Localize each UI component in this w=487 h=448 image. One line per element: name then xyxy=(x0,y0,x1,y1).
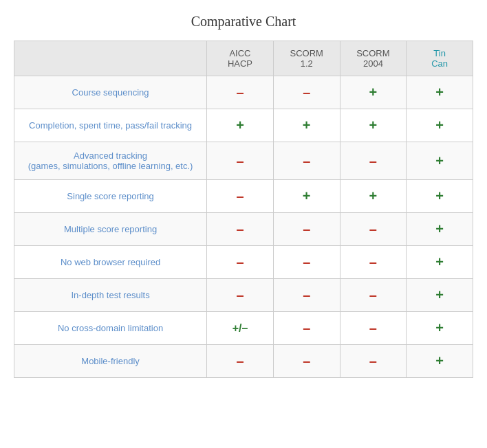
table-row: No cross-domain limitation+/–––+ xyxy=(14,312,473,345)
table-row: In-depth test results–––+ xyxy=(14,279,473,312)
cell-aicc: +/– xyxy=(207,312,274,345)
header-scorm12: SCORM1.2 xyxy=(273,41,340,76)
cell-scorm2004: – xyxy=(340,213,407,246)
cell-scorm12: – xyxy=(273,312,340,345)
table-row: Single score reporting–+++ xyxy=(14,180,473,213)
cell-scorm12: – xyxy=(273,142,340,180)
table-row: Mobile-friendly–––+ xyxy=(14,345,473,378)
feature-cell: Completion, spent time, pass/fail tracki… xyxy=(14,109,207,142)
feature-cell: In-depth test results xyxy=(14,279,207,312)
table-row: Completion, spent time, pass/fail tracki… xyxy=(14,109,473,142)
feature-cell: Multiple score reporting xyxy=(14,213,207,246)
cell-aicc: – xyxy=(207,279,274,312)
feature-cell: Advanced tracking(games, simulations, of… xyxy=(14,142,207,180)
cell-scorm12: – xyxy=(273,246,340,279)
cell-tincan: + xyxy=(407,246,473,279)
chart-title: Comparative Chart xyxy=(14,14,473,30)
cell-scorm2004: – xyxy=(340,345,407,378)
cell-scorm2004: – xyxy=(340,312,407,345)
cell-aicc: + xyxy=(207,109,274,142)
cell-scorm12: + xyxy=(273,109,340,142)
cell-scorm12: – xyxy=(273,76,340,109)
feature-cell: No cross-domain limitation xyxy=(14,312,207,345)
header-aicc: AICCHACP xyxy=(207,41,274,76)
cell-tincan: + xyxy=(407,109,473,142)
feature-cell: No web browser required xyxy=(14,246,207,279)
table-row: Advanced tracking(games, simulations, of… xyxy=(14,142,473,180)
cell-scorm12: – xyxy=(273,345,340,378)
table-body: Course sequencing––++Completion, spent t… xyxy=(14,76,473,378)
cell-scorm12: – xyxy=(273,279,340,312)
cell-scorm12: + xyxy=(273,180,340,213)
feature-cell: Mobile-friendly xyxy=(14,345,207,378)
cell-scorm12: – xyxy=(273,213,340,246)
cell-tincan: + xyxy=(407,76,473,109)
cell-scorm2004: – xyxy=(340,279,407,312)
cell-aicc: – xyxy=(207,142,274,180)
comparison-table: AICCHACP SCORM1.2 SCORM2004 TinCan Cours… xyxy=(14,41,473,378)
header-scorm2004: SCORM2004 xyxy=(340,41,407,76)
header-tincan: TinCan xyxy=(407,41,473,76)
cell-aicc: – xyxy=(207,246,274,279)
cell-scorm2004: – xyxy=(340,142,407,180)
cell-tincan: + xyxy=(407,312,473,345)
table-row: No web browser required–––+ xyxy=(14,246,473,279)
feature-cell: Single score reporting xyxy=(14,180,207,213)
cell-tincan: + xyxy=(407,180,473,213)
cell-scorm2004: – xyxy=(340,246,407,279)
cell-tincan: + xyxy=(407,279,473,312)
cell-tincan: + xyxy=(407,213,473,246)
cell-aicc: – xyxy=(207,345,274,378)
cell-aicc: – xyxy=(207,180,274,213)
header-feature xyxy=(14,41,207,76)
feature-cell: Course sequencing xyxy=(14,76,207,109)
table-header-row: AICCHACP SCORM1.2 SCORM2004 TinCan xyxy=(14,41,473,76)
cell-aicc: – xyxy=(207,213,274,246)
cell-aicc: – xyxy=(207,76,274,109)
cell-scorm2004: + xyxy=(340,180,407,213)
cell-tincan: + xyxy=(407,345,473,378)
cell-scorm2004: + xyxy=(340,109,407,142)
table-row: Multiple score reporting–––+ xyxy=(14,213,473,246)
cell-scorm2004: + xyxy=(340,76,407,109)
table-row: Course sequencing––++ xyxy=(14,76,473,109)
cell-tincan: + xyxy=(407,142,473,180)
chart-container: Comparative Chart AICCHACP SCORM1.2 SCOR… xyxy=(14,14,473,378)
